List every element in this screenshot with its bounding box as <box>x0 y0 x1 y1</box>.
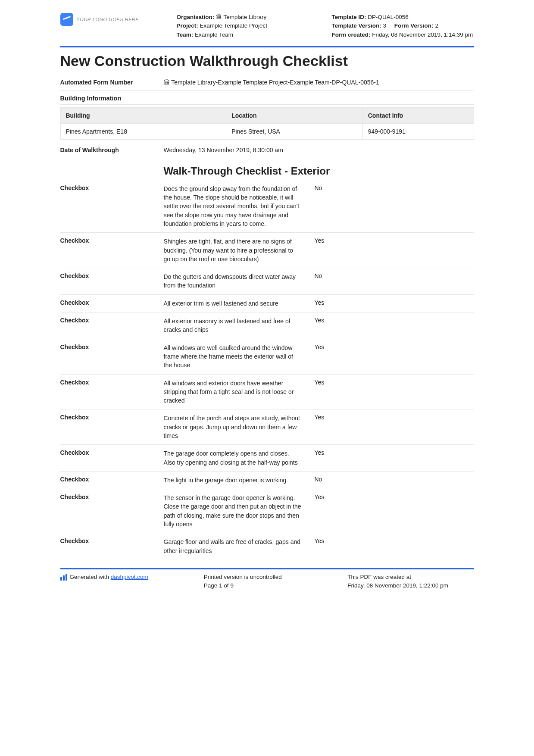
th-location: Location <box>226 107 363 123</box>
footer-page-info: Printed version is uncontrolled Page 1 o… <box>204 573 330 590</box>
template-version-value: 3 <box>383 22 387 29</box>
dashpivot-icon <box>60 574 67 581</box>
logo-icon <box>60 13 73 26</box>
checkbox-description: Does the ground slop away from the found… <box>164 184 315 228</box>
checkbox-description: Concrete of the porch and steps are stur… <box>164 414 315 440</box>
page-number: Page 1 of 9 <box>204 581 330 590</box>
checklist-row: CheckboxAll exterior trim is well fasten… <box>60 294 474 312</box>
footer-divider <box>60 568 474 569</box>
checkbox-answer: Yes <box>315 449 474 467</box>
template-version-label: Template Version: <box>332 22 381 29</box>
meta-right: Template ID: DP-QUAL-0056 Template Versi… <box>332 13 474 39</box>
checkbox-answer: Yes <box>315 414 474 440</box>
template-id-value: DP-QUAL-0056 <box>368 14 409 20</box>
checkbox-description: Do the gutters and downspouts direct wat… <box>164 272 315 290</box>
checklist-row: CheckboxThe light in the garage door ope… <box>60 471 474 489</box>
afn-value: 🏛 Template Library-Example Template Proj… <box>164 79 474 86</box>
footer-generated: Generated with dashpivot.com <box>60 573 187 590</box>
org-label: Organisation: <box>177 14 215 20</box>
page-title: New Construction Walkthrough Checklist <box>60 53 474 69</box>
checkbox-answer: No <box>315 476 474 484</box>
checkbox-label: Checkbox <box>60 379 164 405</box>
date-row: Date of Walkthrough Wednesday, 13 Novemb… <box>60 142 474 158</box>
checkbox-label: Checkbox <box>60 184 164 228</box>
logo-block: YOUR LOGO GOES HERE <box>60 13 164 26</box>
checkbox-label: Checkbox <box>60 449 164 467</box>
th-contact: Contact Info <box>362 107 474 123</box>
checkbox-answer: Yes <box>315 537 474 555</box>
building-info-table: Building Location Contact Info Pines Apa… <box>60 107 474 140</box>
dashpivot-link[interactable]: dashpivot.com <box>111 574 148 580</box>
checklist-row: CheckboxAll windows are well caulked aro… <box>60 339 474 374</box>
checkbox-label: Checkbox <box>60 299 164 308</box>
afn-row: Automated Form Number 🏛 Template Library… <box>60 75 474 91</box>
checkbox-label: Checkbox <box>60 317 164 334</box>
checkbox-answer: Yes <box>315 299 474 308</box>
footer-timestamp: This PDF was created at Friday, 08 Novem… <box>347 573 474 590</box>
logo-placeholder-text: YOUR LOGO GOES HERE <box>77 17 139 22</box>
exterior-heading: Walk-Through Checklist - Exterior <box>60 165 474 177</box>
checkbox-label: Checkbox <box>60 414 164 440</box>
checkbox-label: Checkbox <box>60 344 164 370</box>
checkbox-answer: Yes <box>315 317 474 334</box>
template-id-label: Template ID: <box>332 14 366 20</box>
checklist-row: CheckboxConcrete of the porch and steps … <box>60 409 474 444</box>
checkbox-label: Checkbox <box>60 237 164 263</box>
checkbox-description: All exterior trim is well fastened and s… <box>164 299 315 308</box>
checkbox-label: Checkbox <box>60 537 164 555</box>
pdf-created-value: Friday, 08 November 2019, 1:22:00 pm <box>347 581 474 590</box>
table-row: Pines Apartments, E18 Pines Street, USA … <box>60 123 474 139</box>
td-building: Pines Apartments, E18 <box>60 123 226 139</box>
checkbox-description: Garage floor and walls are free of crack… <box>164 537 315 555</box>
checklist-row: CheckboxDoes the ground slop away from t… <box>60 180 474 232</box>
checkbox-label: Checkbox <box>60 494 164 528</box>
checklist-row: CheckboxGarage floor and walls are free … <box>60 533 474 559</box>
team-label: Team: <box>177 31 194 38</box>
header-divider <box>60 46 474 47</box>
checkbox-description: All windows are well caulked around the … <box>164 344 315 370</box>
checkbox-label: Checkbox <box>60 272 164 290</box>
checkbox-answer: Yes <box>315 494 474 528</box>
checklist-row: CheckboxThe sensor in the garage door op… <box>60 489 474 533</box>
project-value: Example Template Project <box>200 22 268 29</box>
checkbox-description: The light in the garage door opener is w… <box>164 476 315 484</box>
checklist-row: CheckboxThe garage door completely opens… <box>60 444 474 471</box>
checklist-row: CheckboxDo the gutters and downspouts di… <box>60 268 474 294</box>
checklist-exterior: CheckboxDoes the ground slop away from t… <box>60 180 474 559</box>
date-value: Wednesday, 13 November 2019, 8:30:00 am <box>164 147 474 153</box>
checkbox-description: All windows and exterior doors have weat… <box>164 379 315 405</box>
meta-left: Organisation: 🏛 Template Library Project… <box>177 13 319 39</box>
document-header: YOUR LOGO GOES HERE Organisation: 🏛 Temp… <box>60 13 474 43</box>
form-version-label: Form Version: <box>394 22 434 29</box>
checklist-row: CheckboxAll exterior masonry is well fas… <box>60 312 474 339</box>
checkbox-description: The garage door completely opens and clo… <box>164 449 315 467</box>
uncontrolled-text: Printed version is uncontrolled <box>204 573 330 581</box>
checkbox-description: The sensor in the garage door opener is … <box>164 494 315 528</box>
checkbox-description: All exterior masonry is well fastened an… <box>164 317 315 334</box>
checkbox-answer: Yes <box>315 379 474 405</box>
project-label: Project: <box>177 22 198 29</box>
form-version-value: 2 <box>435 22 438 29</box>
td-contact: 949-000-9191 <box>362 123 474 139</box>
td-location: Pines Street, USA <box>226 123 363 139</box>
table-header-row: Building Location Contact Info <box>60 107 474 123</box>
form-created-value: Friday, 08 November 2019, 1:14:39 pm <box>372 31 473 38</box>
checkbox-answer: No <box>315 184 474 228</box>
afn-label: Automated Form Number <box>60 79 164 86</box>
checklist-row: CheckboxAll windows and exterior doors h… <box>60 374 474 409</box>
pdf-created-label: This PDF was created at <box>347 573 474 581</box>
checkbox-answer: Yes <box>315 344 474 370</box>
checkbox-answer: No <box>315 272 474 290</box>
checklist-row: CheckboxShingles are tight, flat, and th… <box>60 232 474 268</box>
form-created-label: Form created: <box>332 31 371 38</box>
checkbox-description: Shingles are tight, flat, and there are … <box>164 237 315 263</box>
date-label: Date of Walkthrough <box>60 147 164 153</box>
document-footer: Generated with dashpivot.com Printed ver… <box>60 573 474 590</box>
generated-prefix: Generated with <box>70 574 111 580</box>
checkbox-label: Checkbox <box>60 476 164 484</box>
team-value: Example Team <box>195 31 233 38</box>
org-value: 🏛 Template Library <box>216 14 266 20</box>
checkbox-answer: Yes <box>315 237 474 263</box>
th-building: Building <box>60 107 226 123</box>
building-info-header: Building Information <box>60 91 474 105</box>
